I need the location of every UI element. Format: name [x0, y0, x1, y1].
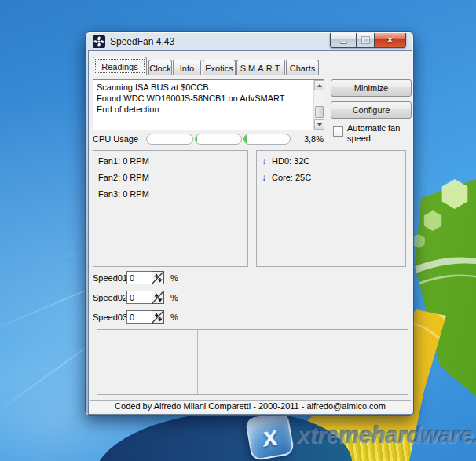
tab-charts[interactable]: Charts — [286, 60, 319, 75]
speed02-input[interactable] — [126, 291, 152, 304]
tab-readings[interactable]: Readings — [93, 57, 147, 75]
speed01-input[interactable] — [126, 271, 152, 284]
tab-info[interactable]: Info — [173, 60, 201, 75]
cpu-usage-bar-2 — [195, 134, 242, 145]
speed01-label: Speed01: — [93, 273, 130, 283]
fan-reading: Fan2: 0 RPM — [98, 172, 247, 184]
window-minimize-button[interactable] — [330, 33, 357, 48]
automatic-fan-speed-label: Automatic fan speed — [347, 123, 410, 144]
divider — [298, 330, 298, 394]
close-icon: ✕ — [386, 35, 394, 45]
log-line: Found WDC WD1600JS-58NCB1 on AdvSMART — [97, 93, 311, 104]
minimize-icon — [340, 42, 347, 44]
xtremehardware-logo: x — [245, 412, 295, 461]
desktop: x xtremehardware.it SpeedFan 4.43 — [0, 0, 476, 461]
cpu-usage-label: CPU Usage — [93, 134, 138, 144]
speed03-label: Speed03: — [93, 313, 130, 322]
tab-smart[interactable]: S.M.A.R.T. — [236, 60, 285, 75]
triangle-down-icon — [317, 123, 322, 126]
temp-label: HD0: 32C — [272, 155, 309, 167]
temperature-readings-panel: ↓ HD0: 32C ↓ Core: 25C — [256, 150, 406, 267]
speedfan-window: SpeedFan 4.43 ✕ Readings Clock Info Exot… — [85, 31, 414, 416]
scroll-up-icon[interactable] — [314, 80, 324, 90]
automatic-fan-speed-checkbox[interactable] — [333, 126, 343, 137]
speed01-spinner[interactable] — [152, 271, 164, 284]
caption-buttons: ✕ — [330, 33, 406, 48]
log-scrollbar[interactable] — [313, 80, 324, 130]
fan-reading: Fan3: 0 RPM — [98, 188, 247, 200]
temp-down-arrow-icon: ↓ — [262, 171, 271, 184]
cpu-usage-fill — [244, 134, 247, 144]
cpu-usage-fill — [196, 134, 197, 144]
percent-label: % — [170, 313, 178, 322]
triangle-up-icon — [317, 84, 322, 87]
client-area: Readings Clock Info Exotics S.M.A.R.T. C… — [89, 51, 412, 414]
temp-label: Core: 25C — [272, 171, 311, 184]
log-line: End of detection — [97, 104, 311, 115]
speedfan-app-icon — [93, 35, 105, 48]
temperature-reading: ↓ Core: 25C — [262, 171, 405, 184]
watermark-text: xtremehardware.it — [297, 423, 476, 448]
window-close-button[interactable]: ✕ — [374, 33, 406, 48]
tab-clock[interactable]: Clock — [148, 60, 172, 75]
percent-label: % — [170, 293, 178, 302]
log-lines: Scanning ISA BUS at $0CCB... Found WDC W… — [97, 82, 311, 115]
minimize-app-button[interactable]: Minimize — [331, 79, 412, 97]
maximize-icon — [362, 37, 369, 43]
cpu-usage-value: 3,8% — [289, 134, 324, 144]
fan-readings-panel: Fan1: 0 RPM Fan2: 0 RPM Fan3: 0 RPM — [93, 150, 248, 267]
percent-label: % — [170, 273, 178, 283]
detection-log[interactable]: Scanning ISA BUS at $0CCB... Found WDC W… — [93, 79, 324, 130]
chart-placeholder-box — [97, 329, 408, 395]
speed02-label: Speed02: — [93, 293, 130, 302]
fan-reading: Fan1: 0 RPM — [98, 155, 247, 167]
status-bar: Coded by Alfredo Milani Comparetti - 200… — [90, 400, 411, 412]
temperature-reading: ↓ HD0: 32C — [262, 155, 405, 167]
speed03-spinner[interactable] — [152, 310, 164, 324]
cpu-usage-bar-3 — [243, 134, 291, 145]
tab-exotics[interactable]: Exotics — [203, 60, 236, 75]
window-maximize-button[interactable] — [357, 33, 374, 48]
window-title: SpeedFan 4.43 — [110, 36, 174, 47]
scrollbar-thumb[interactable] — [315, 106, 324, 118]
scroll-down-icon[interactable] — [314, 119, 324, 130]
cpu-usage-bar-1 — [146, 134, 193, 145]
speed03-input[interactable] — [126, 310, 152, 324]
configure-button[interactable]: Configure — [331, 101, 412, 119]
speed02-spinner[interactable] — [152, 291, 164, 304]
divider — [197, 330, 198, 394]
temp-down-arrow-icon: ↓ — [262, 155, 271, 167]
log-line: Scanning ISA BUS at $0CCB... — [97, 82, 311, 93]
